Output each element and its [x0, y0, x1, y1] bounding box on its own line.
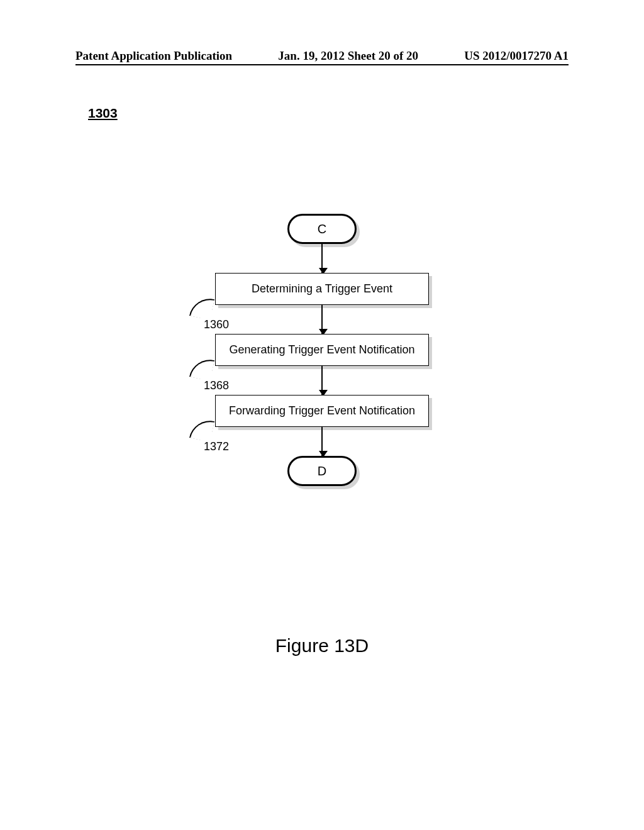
page-header: Patent Application Publication Jan. 19, …	[75, 49, 569, 63]
header-right: US 2012/0017270 A1	[464, 49, 569, 63]
figure-caption: Figure 13D	[0, 635, 644, 656]
flow-step: Generating Trigger Event Notification	[215, 334, 429, 366]
flow-step: Forwarding Trigger Event Notification	[215, 395, 429, 427]
arrow-icon	[321, 244, 323, 273]
arrow-icon	[321, 427, 323, 456]
terminator-end: D	[287, 456, 357, 486]
reference-tick-icon	[189, 417, 214, 442]
terminator-start: C	[287, 214, 357, 244]
reference-tick-icon	[189, 295, 214, 320]
arrow-icon	[321, 366, 323, 395]
reference-number: 1368	[204, 379, 229, 392]
figure-reference-number: 1303	[88, 106, 118, 121]
flow-step: Determining a Trigger Event	[215, 273, 429, 305]
reference-number: 1372	[204, 440, 229, 453]
header-rule	[75, 64, 569, 65]
reference-tick-icon	[189, 356, 214, 381]
reference-number: 1360	[204, 318, 229, 331]
header-center: Jan. 19, 2012 Sheet 20 of 20	[278, 49, 418, 63]
header-left: Patent Application Publication	[75, 49, 232, 63]
arrow-icon	[321, 305, 323, 334]
